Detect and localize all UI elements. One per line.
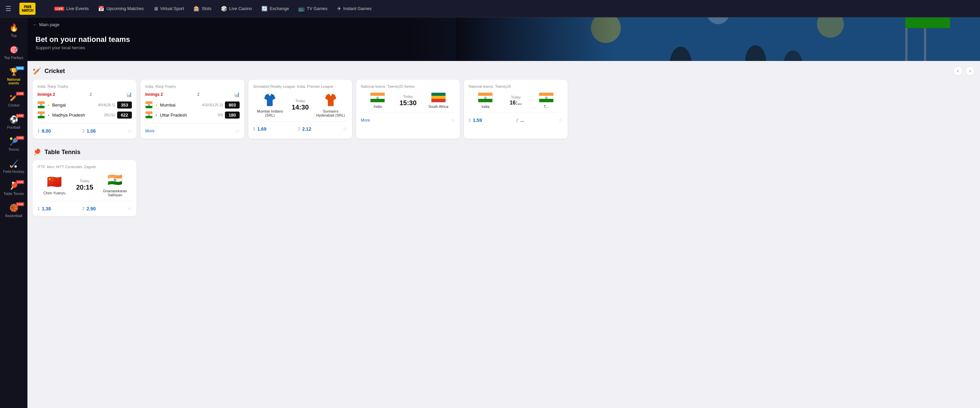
nav-instant-label: Instant Games — [344, 6, 372, 11]
sidebar-item-top[interactable]: 🔥 Top — [0, 20, 27, 41]
sidebar-item-national[interactable]: NEW 🏆 National events — [0, 64, 27, 88]
sidebar-item-top-parlays[interactable]: 🎯 Top Parlays — [0, 42, 27, 63]
card-1-odds-1[interactable]: 1 8.00 — [38, 128, 51, 134]
card-1-odds-2[interactable]: 2 1.06 — [82, 128, 96, 134]
tt-cards-scroll: ITTF. Men. WTT Contender. Zagreb 🇨🇳 Chen… — [33, 160, 975, 218]
sidebar-item-cricket[interactable]: LIVE 🏏 Cricket — [0, 90, 27, 110]
card-1-odds-2-value: 1.06 — [87, 128, 96, 134]
card-3-star[interactable]: ☆ — [343, 126, 347, 132]
main-content: ← Main page Bet on your national teams S… — [27, 18, 980, 408]
sidebar-top-label: Top — [11, 33, 17, 38]
tt-card-1-odds-2[interactable]: 2 2.90 — [82, 206, 96, 211]
card-4-more-btn[interactable]: More — [361, 118, 370, 123]
sidebar-item-football[interactable]: LIVE ⚽ Football — [0, 112, 27, 133]
cricket-scroll-left[interactable]: ‹ — [953, 66, 963, 76]
card-1-team1-score: 353 — [117, 102, 132, 108]
card-1-team2-row: ● Madhya Pradesh 281/10 622 — [38, 110, 132, 120]
card-1-team2-score-raw: 281/10 — [104, 113, 115, 117]
card-5-star[interactable]: ☆ — [558, 117, 563, 123]
cricket-section: 🏏 Cricket ‹ › India. Ranji Trophy Inning… — [33, 66, 975, 140]
card-4-middle: Today 15:30 — [395, 94, 422, 107]
fire-icon: 🔥 — [10, 24, 18, 32]
nav-slots[interactable]: 🎰 Slots — [189, 4, 216, 14]
card-4-time: 15:30 — [399, 99, 416, 107]
india-flag-large — [370, 92, 385, 102]
back-button[interactable]: ← Main page — [33, 22, 60, 27]
tt-card-1-odds-1-value: 1.38 — [42, 206, 51, 211]
card-1-team1-left: ● Bengal — [38, 101, 66, 108]
cricket-scroll-right[interactable]: › — [965, 66, 975, 76]
card-4-star[interactable]: ☆ — [450, 117, 455, 123]
card-2-team2-score: 180 — [225, 112, 240, 119]
card-3-team2-name: Sunrisers Hyderabad (SRL) — [313, 109, 347, 117]
card-1-odds-row: 1 8.00 2 1.06 ☆ — [38, 128, 132, 134]
india-flag-emoji: 🇮🇳 — [107, 173, 123, 187]
sidebar-item-field-hockey[interactable]: 🏑 Field Hockey — [0, 156, 27, 177]
card-2-star[interactable]: ☆ — [235, 128, 240, 134]
card-2-odds-row: More ☆ — [145, 128, 240, 134]
nav-upcoming-label: Upcoming Matches — [107, 6, 143, 11]
sidebar-football-label: Football — [7, 125, 20, 129]
card-1-team2-name: Madhya Pradesh — [52, 113, 85, 118]
card-1-odds-1-label: 1 — [38, 129, 40, 133]
card-3-odds-row: 1 1.69 2 2.12 ☆ — [253, 126, 347, 132]
sidebar-item-tennis[interactable]: LIVE 🎾 Tennis — [0, 134, 27, 155]
card-4-time-label: Today — [403, 94, 413, 99]
card-2-team1-overs: 410/3(125.2) — [202, 103, 223, 107]
sidebar-hockey-label: Field Hockey — [3, 169, 24, 174]
tt-card-1-team1: 🇨🇳 Chen Yuanyu — [38, 175, 71, 195]
card-5-team2-name: T... — [544, 105, 549, 108]
calendar-icon: 📅 — [98, 6, 104, 12]
nav-tv-games[interactable]: 📺 TV Games — [294, 4, 331, 14]
blue-jersey-icon — [262, 92, 277, 107]
nav-virtual-sport[interactable]: 🖥 Virtual Sport — [149, 4, 188, 14]
sidebar-item-table-tennis[interactable]: LIVE 🏓 Table Tennis — [0, 178, 27, 199]
card-1-league: India. Ranji Trophy — [38, 84, 132, 88]
card-5-odds-1-label: 1 — [469, 118, 471, 123]
top-nav: ☰ PARI MATCH LIVE Live Events 📅 Upcoming… — [0, 0, 980, 18]
table-tennis-live-badge: LIVE — [16, 180, 24, 184]
tt-card-1-odds-1[interactable]: 1 1.38 — [38, 206, 51, 211]
card-3-odds-1-value: 1.69 — [258, 126, 266, 132]
card-1-team2-left: ● Madhya Pradesh — [38, 111, 85, 119]
nav-casino-label: Live Casino — [229, 6, 252, 11]
tt-card-1-team2: 🇮🇳 Gnanasekaran Sathiyan — [98, 173, 132, 197]
card-2-more-btn[interactable]: More — [145, 129, 154, 133]
nav-exchange[interactable]: 🔄 Exchange — [258, 4, 293, 14]
slots-icon: 🎰 — [194, 6, 200, 12]
card-3-odds-1[interactable]: 1 1.69 — [253, 126, 266, 132]
batting-dot-2: ● — [155, 103, 157, 107]
card-2-innings-num: 2 — [197, 92, 199, 97]
sidebar-item-basketball[interactable]: LIVE 🏀 Basketball — [0, 200, 27, 221]
nav-live-casino[interactable]: 🎲 Live Casino — [217, 4, 256, 14]
cricket-card-3: Simulated Reality League. India. Premier… — [248, 80, 352, 139]
svg-rect-11 — [456, 18, 980, 61]
live-dot: LIVE — [54, 7, 64, 11]
logo[interactable]: PARI MATCH — [19, 3, 35, 15]
card-5-odds-1[interactable]: 1 1.59 — [469, 118, 482, 123]
card-3-odds-2[interactable]: 2 2.12 — [298, 126, 311, 132]
nav-live-events-label: Live Events — [66, 6, 89, 11]
nav-instant-games[interactable]: ✈ Instant Games — [333, 4, 376, 14]
tt-cards-wrapper: ITTF. Men. WTT Contender. Zagreb 🇨🇳 Chen… — [33, 160, 975, 218]
card-5-odds-row: 1 1.59 2 ... ☆ — [469, 117, 563, 123]
hamburger-menu[interactable]: ☰ — [5, 5, 11, 13]
card-2-team1-row: ● Mumbai 410/3(125.2) 803 — [145, 100, 240, 110]
nav-live-events[interactable]: LIVE Live Events — [50, 4, 93, 14]
nav-upcoming[interactable]: 📅 Upcoming Matches — [94, 4, 148, 14]
card-1-star[interactable]: ☆ — [127, 128, 132, 134]
card-4-league: National teams. Twenty20 Series — [361, 84, 455, 88]
card-5-odds-2[interactable]: 2 ... — [516, 118, 524, 123]
football-live-badge: LIVE — [16, 114, 24, 118]
cricket-card-5: National teams. Twenty20 India Today 16:… — [464, 80, 568, 139]
tt-card-1-star[interactable]: ☆ — [127, 206, 132, 212]
card-1-team2-flag — [38, 111, 45, 119]
card-2-team2-left: ● Uttar Pradesh — [145, 111, 187, 119]
card-4-team2-name: South Africa — [428, 105, 448, 108]
hero-image — [456, 18, 980, 61]
card-2-league: India. Ranji Trophy — [145, 84, 240, 88]
tt-section-header: 🏓 Table Tennis — [33, 148, 975, 156]
nav-exchange-label: Exchange — [270, 6, 289, 11]
card-2-team1-name: Mumbai — [160, 102, 175, 108]
card-1-team2-score: 622 — [117, 112, 132, 119]
